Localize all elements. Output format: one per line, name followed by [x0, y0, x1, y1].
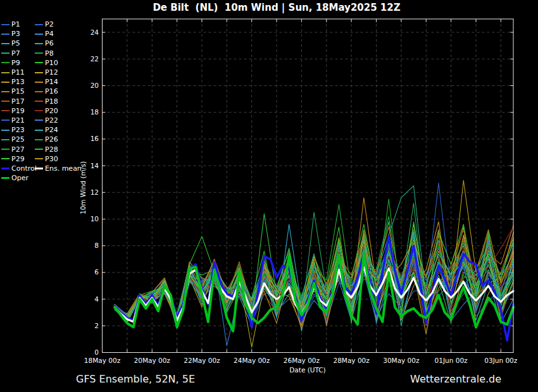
y-tick-label: 0	[94, 348, 99, 356]
y-tick-label: 6	[94, 268, 99, 276]
footer-model-info: GFS Ensemble, 52N, 5E	[76, 373, 195, 385]
x-tick-label: 24May 00z	[234, 357, 270, 364]
y-tick-label: 20	[91, 82, 99, 89]
y-tick-label: 10	[91, 215, 99, 223]
y-tick-label: 18	[91, 108, 99, 116]
x-tick-label: 20May 00z	[134, 357, 171, 364]
x-tick-label: 03Jun 00z	[484, 357, 517, 364]
x-tick-label: 18May 00z	[84, 357, 121, 364]
x-tick-label: 30May 00z	[383, 357, 420, 364]
y-tick-label: 24	[91, 28, 99, 36]
y-tick-label: 8	[94, 242, 99, 249]
x-axis-title: Date (UTC)	[289, 366, 325, 374]
wind-ensemble-plot: 02468101214161820222418May 00z20May 00z2…	[0, 0, 538, 392]
x-tick-label: 28May 00z	[333, 357, 370, 364]
y-tick-label: 2	[94, 322, 99, 329]
y-tick-label: 12	[91, 188, 99, 196]
footer-branding: Wetterzentrale.de	[410, 373, 501, 385]
y-tick-label: 4	[94, 295, 99, 303]
x-tick-label: 26May 00z	[284, 357, 320, 364]
screenshot-root: De Bilt (NL) 10m Wind | Sun, 18May2025 1…	[0, 0, 538, 392]
y-tick-label: 22	[91, 55, 99, 63]
x-tick-label: 22May 00z	[184, 357, 220, 364]
x-tick-label: 01Jun 00z	[435, 357, 468, 364]
y-tick-label: 16	[91, 135, 99, 142]
y-tick-label: 14	[91, 162, 99, 169]
